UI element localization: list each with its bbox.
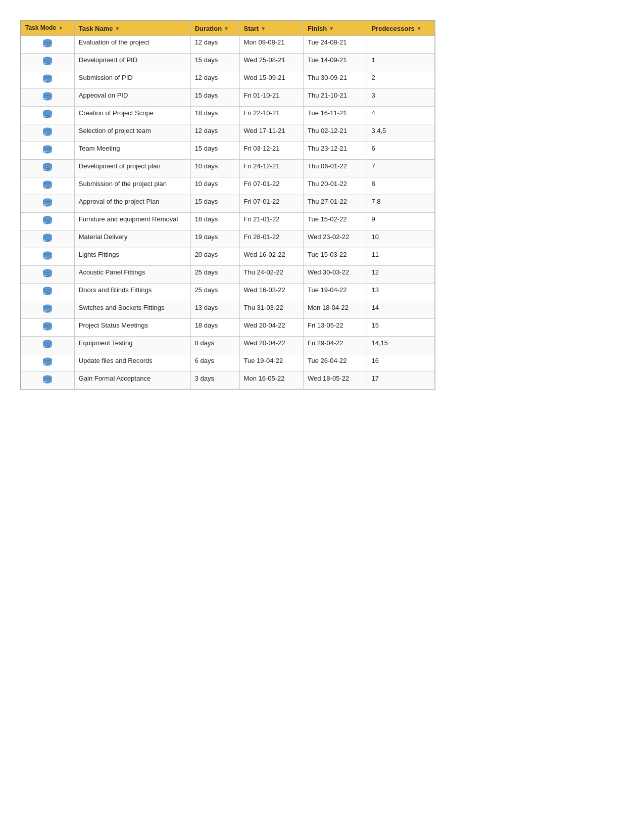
task-predecessors-cell: 11 — [367, 248, 435, 265]
task-predecessors-cell: 3,4,5 — [367, 124, 435, 142]
task-mode-cell — [21, 336, 75, 354]
duration-dropdown-arrow[interactable]: ▼ — [224, 26, 229, 31]
predecessors-dropdown-arrow[interactable]: ▼ — [417, 26, 422, 31]
task-finish-cell: Thu 30-09-21 — [304, 71, 367, 88]
table-row: Team Meeting15 daysFri 03-12-21Thu 23-12… — [21, 142, 435, 159]
task-mode-cell — [21, 248, 75, 265]
task-name-cell: Swtches and Sockets Fittings — [74, 301, 190, 318]
task-mode-cell — [21, 265, 75, 283]
task-mode-icon — [42, 357, 53, 369]
task-mode-cell — [21, 318, 75, 336]
task-mode-cell — [21, 142, 75, 159]
task-name-cell: Furniture and equipment Removal — [74, 212, 190, 230]
task-mode-icon — [42, 339, 53, 351]
task-mode-cell — [21, 230, 75, 248]
task-name-cell: Development of project plan — [74, 159, 190, 177]
start-dropdown-arrow[interactable]: ▼ — [261, 26, 266, 31]
task-name-cell: Evaluation of the project — [74, 35, 190, 53]
header-start: Start ▼ — [239, 21, 303, 36]
task-mode-icon — [42, 321, 53, 334]
task-mode-icon — [42, 251, 53, 263]
task-name-cell: Gain Formal Acceptance — [74, 372, 190, 389]
header-finish-label: Finish — [308, 25, 327, 32]
task-mode-cell — [21, 159, 75, 177]
task-finish-cell: Mon 18-04-22 — [304, 301, 367, 318]
gantt-table: Task Mode ▼ Task Name ▼ Duration ▼ — [21, 21, 435, 390]
finish-dropdown-arrow[interactable]: ▼ — [329, 26, 334, 31]
task-mode-cell — [21, 177, 75, 195]
task-duration-cell: 12 days — [190, 124, 239, 142]
task-duration-cell: 15 days — [190, 88, 239, 106]
task-finish-cell: Thu 27-01-22 — [304, 195, 367, 212]
task-start-cell: Wed 16-03-22 — [239, 283, 303, 301]
table-row: Submission of the project plan10 daysFri… — [21, 177, 435, 195]
header-task-name-label: Task Name — [79, 25, 113, 32]
task-start-cell: Fri 22-10-21 — [239, 106, 303, 124]
header-duration-label: Duration — [195, 25, 222, 32]
task-start-cell: Fri 24-12-21 — [239, 159, 303, 177]
task-start-cell: Wed 20-04-22 — [239, 318, 303, 336]
task-finish-cell: Fri 29-04-22 — [304, 336, 367, 354]
table-row: Furniture and equipment Removal18 daysFr… — [21, 212, 435, 230]
task-name-cell: Creation of Project Scope — [74, 106, 190, 124]
task-name-cell: Development of PID — [74, 53, 190, 71]
header-finish: Finish ▼ — [304, 21, 367, 36]
task-name-cell: Submission of PID — [74, 71, 190, 88]
task-predecessors-cell: 7 — [367, 159, 435, 177]
task-mode-cell — [21, 195, 75, 212]
task-start-cell: Mon 16-05-22 — [239, 372, 303, 389]
task-name-cell: Approval of the project Plan — [74, 195, 190, 212]
task-mode-icon — [42, 74, 53, 86]
task-predecessors-cell: 17 — [367, 372, 435, 389]
table-row: Development of PID15 daysWed 25-08-21Tue… — [21, 53, 435, 71]
task-duration-cell: 10 days — [190, 177, 239, 195]
task-start-cell: Thu 24-02-22 — [239, 265, 303, 283]
task-finish-cell: Tue 19-04-22 — [304, 283, 367, 301]
task-start-cell: Fri 01-10-21 — [239, 88, 303, 106]
task-name-cell: Appeoval on PID — [74, 88, 190, 106]
task-mode-icon — [42, 109, 53, 121]
header-task-mode: Task Mode ▼ — [21, 21, 75, 36]
task-finish-cell: Thu 21-10-21 — [304, 88, 367, 106]
task-duration-cell: 19 days — [190, 230, 239, 248]
task-name-dropdown-arrow[interactable]: ▼ — [115, 26, 120, 31]
header-duration: Duration ▼ — [190, 21, 239, 36]
task-predecessors-cell: 12 — [367, 265, 435, 283]
header-predecessors-label: Predecessors — [371, 25, 414, 32]
task-mode-cell — [21, 372, 75, 389]
task-mode-cell — [21, 88, 75, 106]
task-start-cell: Fri 21-01-22 — [239, 212, 303, 230]
task-start-cell: Wed 16-02-22 — [239, 248, 303, 265]
task-predecessors-cell: 10 — [367, 230, 435, 248]
task-predecessors-cell: 14,15 — [367, 336, 435, 354]
task-predecessors-cell: 8 — [367, 177, 435, 195]
task-start-cell: Fri 03-12-21 — [239, 142, 303, 159]
task-duration-cell: 3 days — [190, 372, 239, 389]
task-name-cell: Submission of the project plan — [74, 177, 190, 195]
task-mode-icon — [42, 91, 53, 104]
task-duration-cell: 18 days — [190, 318, 239, 336]
task-start-cell: Fri 28-01-22 — [239, 230, 303, 248]
task-mode-icon — [42, 145, 53, 157]
task-start-cell: Wed 20-04-22 — [239, 336, 303, 354]
task-finish-cell: Wed 30-03-22 — [304, 265, 367, 283]
task-start-cell: Fri 07-01-22 — [239, 177, 303, 195]
task-predecessors-cell: 9 — [367, 212, 435, 230]
task-predecessors-cell: 2 — [367, 71, 435, 88]
task-mode-dropdown-arrow[interactable]: ▼ — [58, 25, 63, 31]
task-finish-cell: Wed 23-02-22 — [304, 230, 367, 248]
task-predecessors-cell: 15 — [367, 318, 435, 336]
task-predecessors-cell: 13 — [367, 283, 435, 301]
task-mode-icon — [42, 268, 53, 281]
task-finish-cell: Tue 16-11-21 — [304, 106, 367, 124]
task-mode-icon — [42, 180, 53, 192]
table-row: Material Delivery19 daysFri 28-01-22Wed … — [21, 230, 435, 248]
task-finish-cell: Tue 14-09-21 — [304, 53, 367, 71]
task-finish-cell: Tue 15-03-22 — [304, 248, 367, 265]
task-finish-cell: Thu 06-01-22 — [304, 159, 367, 177]
task-mode-icon — [42, 375, 53, 387]
task-predecessors-cell: 6 — [367, 142, 435, 159]
task-mode-cell — [21, 106, 75, 124]
table-row: Swtches and Sockets Fittings13 daysThu 3… — [21, 301, 435, 318]
table-row: Approval of the project Plan15 daysFri 0… — [21, 195, 435, 212]
